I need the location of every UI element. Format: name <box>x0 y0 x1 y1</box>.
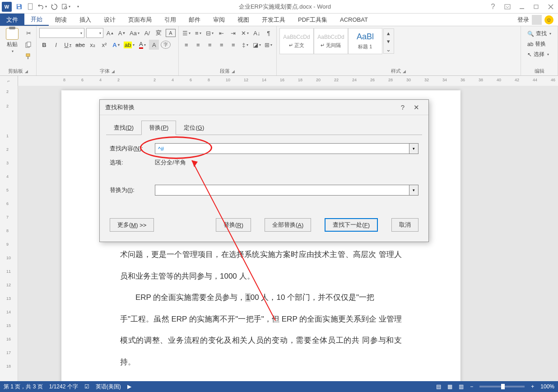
zoom-thumb[interactable] <box>501 384 505 389</box>
style-heading1[interactable]: AaBl标题 1 <box>348 28 382 54</box>
sort-icon[interactable]: A↓ <box>252 28 262 38</box>
minimize-icon[interactable] <box>516 1 527 12</box>
word-count[interactable]: 1/1242 个字 <box>49 383 78 391</box>
decrease-indent-icon[interactable]: ⇤ <box>217 28 227 38</box>
styles-scroll-down-icon[interactable]: ▾ <box>384 37 394 45</box>
login-area[interactable]: 登录 ☺ <box>517 14 558 26</box>
paste-button[interactable]: 粘贴 ▾ <box>3 28 22 53</box>
borders-icon[interactable]: ⊞▾ <box>264 40 274 50</box>
dialog-close-icon[interactable]: ✕ <box>409 101 423 114</box>
undo-icon[interactable]: ▾ <box>38 2 47 11</box>
distribute-icon[interactable]: ≡ <box>228 40 238 50</box>
qat-customize-icon[interactable]: ▾ <box>73 2 82 11</box>
replace-button[interactable]: ab替换 <box>525 39 553 49</box>
save-icon[interactable] <box>14 2 23 11</box>
spellcheck-icon[interactable]: ☑ <box>84 383 89 390</box>
cancel-button[interactable]: 取消 <box>391 218 418 232</box>
find-button[interactable]: 🔍查找▾ <box>525 29 553 38</box>
style-no-spacing[interactable]: AaBbCcDd↵ 无间隔 <box>314 28 348 54</box>
find-what-input[interactable] <box>155 143 409 154</box>
bullets-icon[interactable]: ☰▾ <box>181 28 191 38</box>
show-marks-icon[interactable]: ¶ <box>264 28 274 38</box>
line-spacing-icon[interactable]: ‡▾ <box>240 40 250 50</box>
tab-review[interactable]: 审阅 <box>207 14 231 26</box>
find-dropdown-icon[interactable]: ▾ <box>409 143 418 154</box>
print-preview-icon[interactable]: ▾ <box>61 2 70 11</box>
tab-references[interactable]: 引用 <box>158 14 182 26</box>
grow-font-icon[interactable]: A▲ <box>105 28 115 38</box>
font-launcher-icon[interactable]: ◢ <box>112 69 115 74</box>
increase-indent-icon[interactable]: ⇥ <box>228 28 238 38</box>
strike-button[interactable]: abc <box>74 40 86 50</box>
enclose-char-icon[interactable]: 字 <box>161 41 171 49</box>
replace-all-button[interactable]: 全部替换(A) <box>265 218 311 232</box>
tab-acrobat[interactable]: ACROBAT <box>334 14 374 26</box>
smiley-icon[interactable]: ☺ <box>544 15 553 24</box>
macro-icon[interactable]: ▶ <box>127 383 131 390</box>
select-button[interactable]: ↖选择▾ <box>525 50 553 59</box>
tab-home[interactable]: 开始 <box>24 14 49 26</box>
justify-icon[interactable]: ≡ <box>217 40 227 50</box>
ribbon-display-icon[interactable] <box>502 1 513 12</box>
clipboard-launcher-icon[interactable]: ◢ <box>25 69 28 74</box>
language[interactable]: 英语(美国) <box>96 383 121 391</box>
italic-button[interactable]: I <box>51 40 61 50</box>
find-next-button[interactable]: 查找下一处(F) <box>325 218 378 232</box>
format-painter-icon[interactable] <box>23 51 33 61</box>
text-effects-icon[interactable]: A▾ <box>111 40 121 50</box>
paragraph-launcher-icon[interactable]: ◢ <box>232 69 235 74</box>
replace-one-button[interactable]: 替换(R) <box>216 218 251 232</box>
dialog-titlebar[interactable]: 查找和替换 ? ✕ <box>100 100 428 115</box>
style-gallery[interactable]: AaBbCcDd↵ 正文 AaBbCcDd↵ 无间隔 AaBl标题 1 <box>279 28 382 54</box>
redo-icon[interactable] <box>50 2 59 11</box>
styles-expand-icon[interactable]: ⌄ <box>384 45 394 53</box>
font-family-combo[interactable]: ▾ <box>39 28 84 38</box>
styles-scroll-up-icon[interactable]: ▴ <box>384 29 394 37</box>
dialog-tab-find[interactable]: 查找(D) <box>106 121 141 135</box>
help-icon[interactable]: ? <box>488 1 498 12</box>
font-size-combo[interactable]: ▾ <box>86 28 103 38</box>
style-normal[interactable]: AaBbCcDd↵ 正文 <box>279 28 314 54</box>
change-case-icon[interactable]: Aa▾ <box>129 28 140 38</box>
dialog-help-icon[interactable]: ? <box>396 101 409 114</box>
maximize-icon[interactable] <box>531 1 542 12</box>
tab-design[interactable]: 设计 <box>98 14 122 26</box>
view-web-icon[interactable]: ▥ <box>459 383 464 390</box>
tab-insert[interactable]: 插入 <box>73 14 98 26</box>
view-print-icon[interactable]: ▦ <box>447 383 452 390</box>
multilevel-icon[interactable]: ⊟▾ <box>205 28 215 38</box>
more-button[interactable]: 更多(M) >> <box>110 218 154 232</box>
zoom-out-icon[interactable]: − <box>470 383 473 390</box>
clear-format-icon[interactable]: A/ <box>142 28 152 38</box>
superscript-button[interactable]: x² <box>99 40 109 50</box>
dialog-tab-replace[interactable]: 替换(P) <box>141 121 176 135</box>
char-shading-icon[interactable]: A <box>149 40 159 50</box>
styles-launcher-icon[interactable]: ◢ <box>403 69 406 74</box>
bold-button[interactable]: B <box>39 40 49 50</box>
phonetic-icon[interactable]: 変 <box>154 28 164 38</box>
numbering-icon[interactable]: ≡▾ <box>193 28 203 38</box>
tab-read[interactable]: 朗读 <box>49 14 73 26</box>
char-border-icon[interactable]: A <box>166 29 176 37</box>
shrink-font-icon[interactable]: A▼ <box>117 28 127 38</box>
replace-dropdown-icon[interactable]: ▾ <box>409 185 418 196</box>
underline-button[interactable]: U▾ <box>63 40 73 50</box>
zoom-slider[interactable] <box>479 386 525 387</box>
cut-icon[interactable]: ✂ <box>23 28 33 38</box>
tab-view[interactable]: 视图 <box>231 14 256 26</box>
page-count[interactable]: 第 1 页，共 3 页 <box>4 383 43 391</box>
shading-icon[interactable]: ◪▾ <box>252 40 262 50</box>
tab-pdf[interactable]: PDF工具集 <box>292 14 334 26</box>
subscript-button[interactable]: x₂ <box>88 40 98 50</box>
text-direction-icon[interactable]: ✕▾ <box>240 28 250 38</box>
view-read-icon[interactable]: ▤ <box>436 383 441 390</box>
zoom-level[interactable]: 100% <box>540 383 554 390</box>
align-left-icon[interactable]: ≡ <box>181 40 191 50</box>
zoom-in-icon[interactable]: + <box>531 383 534 390</box>
tab-mailings[interactable]: 邮件 <box>182 14 207 26</box>
highlight-icon[interactable]: ab▾ <box>123 40 135 50</box>
align-right-icon[interactable]: ≡ <box>205 40 215 50</box>
tab-developer[interactable]: 开发工具 <box>256 14 292 26</box>
new-doc-icon[interactable] <box>26 2 35 11</box>
font-color-icon[interactable]: A▾ <box>137 40 147 50</box>
